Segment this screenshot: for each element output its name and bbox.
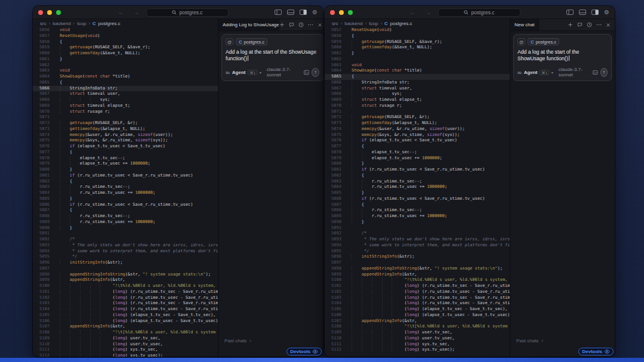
toggle-bottom-dock-icon[interactable] (579, 10, 586, 15)
code-line[interactable]: 5099 appendStringInfo(&str, (325, 272, 510, 278)
code-area[interactable]: 5056void5057ResetUsage(void)5058{5059 ge… (33, 27, 218, 357)
close-panel-icon[interactable] (606, 23, 611, 27)
settings-gear-icon[interactable]: ⚙ (312, 10, 318, 16)
toggle-left-dock-icon[interactable] (275, 10, 282, 15)
close-window-button[interactable] (330, 10, 335, 15)
code-line[interactable]: 5083 r.ru_utime.tv_sec--; (33, 184, 218, 190)
code-line[interactable]: 5080 } (33, 167, 218, 173)
code-line[interactable]: 5112 (long) sys.tv_usec); (325, 347, 510, 353)
code-line[interactable]: 5097 (33, 266, 218, 272)
code-line[interactable]: 5082 { (33, 179, 218, 185)
code-line[interactable]: 5087 { (325, 202, 510, 208)
code-line[interactable]: 5071 (325, 109, 510, 115)
breadcrumb[interactable]: src› backend› tcop› C postgres.c (325, 19, 510, 27)
context-file-chip[interactable]: C postgres.c (528, 38, 559, 45)
code-line[interactable]: 5102 (long) (r.ru_utime.tv_usec - Save_r… (33, 295, 218, 301)
code-line[interactable]: 5059 getrusage(RUSAGE_SELF, &Save_r); (325, 39, 510, 45)
history-clock-icon[interactable] (587, 22, 592, 27)
code-line[interactable]: 5068 sys; (325, 91, 510, 97)
new-thread-icon[interactable] (279, 22, 285, 27)
code-line[interactable]: 5108 "!\t[%ld.%06ld s user, %ld.%06ld s … (325, 324, 510, 330)
code-line[interactable]: 5088 r.ru_stime.tv_sec--; (325, 208, 510, 214)
code-line[interactable]: 5095 */ (325, 249, 510, 255)
code-line[interactable]: 5070 struct rusage r; (325, 103, 510, 109)
code-line[interactable]: 5077 { (325, 144, 510, 150)
code-line[interactable]: 5064ShowUsage(const char *title) (33, 74, 218, 80)
maximize-window-button[interactable] (348, 10, 353, 15)
code-line[interactable]: 5093 * The only stats we don't show here… (33, 243, 218, 249)
code-line[interactable]: 5076 if (elapse_t.tv_usec < Save_t.tv_us… (33, 144, 218, 150)
code-line[interactable]: 5112 (long) sys.tv_usec); (33, 353, 218, 357)
project-search-field[interactable]: postgres.c (146, 8, 229, 17)
add-context-button[interactable]: @ (517, 38, 525, 45)
code-line[interactable]: 5088 r.ru_stime.tv_sec--; (33, 214, 218, 219)
code-line[interactable]: 5067 struct timeval user, (325, 86, 510, 92)
toggle-left-dock-icon[interactable] (566, 10, 574, 15)
toggle-right-dock-icon[interactable] (591, 10, 599, 15)
code-line[interactable]: 5069 struct timeval elapse_t; (325, 97, 510, 103)
code-line[interactable]: 5109 (long) user.tv_sec, (325, 330, 510, 336)
minimize-window-button[interactable] (339, 10, 344, 15)
code-line[interactable]: 5110 (long) user.tv_usec, (33, 342, 218, 348)
code-line[interactable]: 5105 (long) (elapse_t.tv_sec - Save_t.tv… (33, 313, 218, 318)
code-line[interactable]: 5060 gettimeofday(&Save_t, NULL); (33, 51, 218, 57)
code-line[interactable]: 5106 (long) (elapse_t.tv_usec - Save_t.t… (325, 313, 510, 318)
code-line[interactable]: 5087 { (33, 208, 218, 214)
code-line[interactable]: 5078 elapse_t.tv_sec--; (33, 156, 218, 162)
code-line[interactable]: 5083 r.ru_utime.tv_sec--; (325, 179, 510, 185)
code-line[interactable]: 5086 if (r.ru_stime.tv_usec < Save_r.ru_… (325, 196, 510, 202)
code-line[interactable]: 5107 appendStringInfo(&str, (33, 324, 218, 330)
code-line[interactable]: 5106 (long) (elapse_t.tv_usec - Save_t.t… (33, 318, 218, 324)
add-context-button[interactable]: @ (226, 38, 233, 45)
project-search-field[interactable]: postgres.c (438, 8, 520, 17)
code-line[interactable]: 5095 */ (33, 254, 218, 260)
code-line[interactable]: 5059 getrusage(RUSAGE_SELF, &Save_r); (33, 45, 218, 51)
chat-tab[interactable]: Adding Log to ShowUsage F (218, 19, 279, 30)
code-line[interactable]: 5105 (long) (elapse_t.tv_sec - Save_t.tv… (325, 307, 510, 313)
code-line[interactable]: 5089 r.ru_stime.tv_usec += 1000000; (33, 219, 218, 225)
code-line[interactable]: 5091 (33, 231, 218, 237)
code-line[interactable]: 5056void (33, 27, 218, 33)
code-line[interactable]: 5073 gettimeofday(&elapse_t, NULL); (325, 120, 510, 126)
code-line[interactable]: 5073 gettimeofday(&elapse_t, NULL); (33, 126, 218, 132)
nav-forward-icon[interactable]: → (133, 10, 139, 16)
code-line[interactable]: 5081 if (r.ru_utime.tv_usec < Save_r.ru_… (33, 173, 218, 179)
code-line[interactable]: 5110 (long) user.tv_usec, (325, 336, 510, 342)
code-line[interactable]: 5060 gettimeofday(&Save_t, NULL); (325, 45, 510, 51)
code-line[interactable]: 5084 r.ru_utime.tv_usec += 1000000; (33, 190, 218, 196)
code-line[interactable]: 5092 /* (33, 237, 218, 243)
code-line[interactable]: 5100 "!\t%ld.%06ld s user, %ld.%06ld s s… (33, 283, 218, 289)
code-line[interactable]: 5086 if (r.ru_stime.tv_usec < Save_r.ru_… (33, 202, 218, 208)
past-chats-link[interactable]: Past chats › (224, 338, 251, 344)
nav-back-icon[interactable]: ← (118, 10, 124, 16)
devtools-badge[interactable]: Devtools (286, 348, 322, 355)
close-panel-icon[interactable] (318, 23, 322, 27)
code-line[interactable]: 5062 (325, 57, 510, 63)
code-line[interactable]: 5101 (long) (r.ru_utime.tv_sec - Save_r.… (33, 289, 218, 295)
new-thread-icon[interactable] (568, 22, 573, 27)
code-line[interactable]: 5093 * The only stats we don't show here… (325, 237, 510, 243)
code-line[interactable]: 5104 (long) (r.ru_stime.tv_usec - Save_r… (325, 301, 510, 307)
devtools-badge[interactable]: Devtools (578, 348, 614, 355)
message-editor[interactable]: @ C postgres.c Add a log at the start of… (513, 34, 612, 81)
code-line[interactable]: 5062 (33, 63, 218, 69)
code-line[interactable]: 5085 } (33, 196, 218, 202)
chat-tab[interactable]: New chat (510, 19, 539, 30)
code-line[interactable]: 5061} (325, 51, 510, 57)
code-line[interactable]: 5084 r.ru_utime.tv_usec += 1000000; (325, 184, 510, 190)
code-line[interactable]: 5076 if (elapse_t.tv_usec < Save_t.tv_us… (325, 138, 510, 144)
code-line[interactable]: 5075 memcpy(&sys, &r.ru_stime, sizeof(sy… (33, 138, 218, 144)
attach-image-icon[interactable] (304, 70, 309, 75)
code-line[interactable]: 5078 elapse_t.tv_sec--; (325, 150, 510, 156)
code-line[interactable]: 5111 (long) sys.tv_sec, (33, 347, 218, 353)
code-line[interactable]: 5092 /* (325, 231, 510, 237)
mode-selector[interactable]: Agent (232, 70, 246, 75)
code-line[interactable]: 5079 elapse_t.tv_usec += 1000000; (325, 156, 510, 162)
code-line[interactable]: 5082 { (325, 173, 510, 179)
code-line[interactable]: 5063void (325, 63, 510, 69)
code-line[interactable]: 5080 } (325, 161, 510, 167)
code-line[interactable]: 5104 (long) (r.ru_stime.tv_usec - Save_r… (33, 307, 218, 313)
maximize-window-button[interactable] (56, 10, 61, 15)
code-line[interactable]: 5058{ (33, 39, 218, 45)
code-area[interactable]: 5057ResetUsage(void)5058{5059 getrusage(… (325, 27, 510, 357)
